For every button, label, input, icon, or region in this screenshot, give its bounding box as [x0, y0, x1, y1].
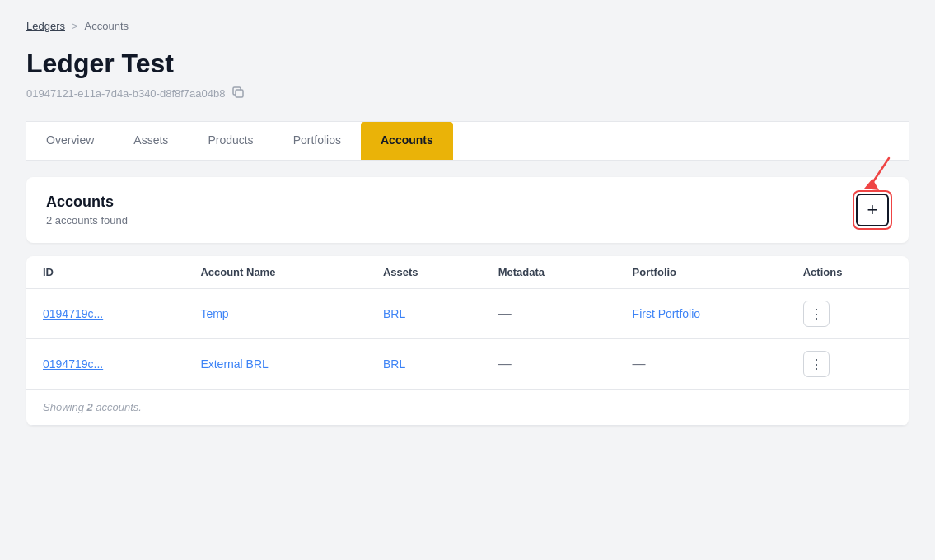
row-2-portfolio: —	[616, 339, 787, 390]
col-header-account-name: Account Name	[184, 256, 367, 289]
row-2-assets: BRL	[367, 339, 482, 390]
tab-accounts[interactable]: Accounts	[361, 122, 453, 160]
tab-portfolios[interactable]: Portfolios	[273, 122, 361, 160]
row-1-name-link[interactable]: Temp	[200, 307, 228, 320]
page-title: Ledger Test	[26, 49, 909, 79]
page-id-row: 01947121-e11a-7d4a-b340-d8f8f7aa04b8	[26, 86, 909, 101]
col-header-portfolio: Portfolio	[616, 256, 787, 289]
col-header-assets: Assets	[367, 256, 482, 289]
row-2-actions: ⋮	[787, 339, 909, 390]
svg-marker-2	[864, 179, 879, 190]
table-header-row: ID Account Name Assets Metadata Portfoli…	[26, 256, 909, 289]
row-2-actions-button[interactable]: ⋮	[803, 351, 830, 377]
row-1-metadata: —	[482, 289, 616, 339]
add-button-wrapper: +	[856, 194, 889, 226]
page-id-text: 01947121-e11a-7d4a-b340-d8f8f7aa04b8	[26, 87, 225, 100]
table-footer-row: Showing 2 accounts.	[26, 390, 909, 426]
col-header-actions: Actions	[787, 256, 909, 289]
copy-icon[interactable]	[231, 86, 245, 101]
add-account-button[interactable]: +	[856, 194, 889, 226]
table-row: 0194719c... External BRL BRL — — ⋮	[26, 339, 909, 390]
breadcrumb-separator: >	[72, 20, 78, 32]
table-row: 0194719c... Temp BRL — First Portfolio ⋮	[26, 289, 909, 339]
row-2-assets-value[interactable]: BRL	[383, 357, 405, 371]
accounts-header-info: Accounts 2 accounts found	[46, 194, 128, 226]
row-2-metadata: —	[482, 339, 616, 390]
row-2-name-link[interactable]: External BRL	[200, 357, 268, 371]
row-1-actions-button[interactable]: ⋮	[803, 301, 830, 327]
col-header-metadata: Metadata	[482, 256, 616, 289]
accounts-section-subtitle: 2 accounts found	[46, 214, 128, 226]
breadcrumb-parent[interactable]: Ledgers	[26, 20, 65, 32]
row-1-portfolio-link[interactable]: First Portfolio	[633, 307, 700, 320]
tab-overview[interactable]: Overview	[26, 122, 114, 160]
tab-products[interactable]: Products	[188, 122, 273, 160]
col-header-id: ID	[26, 256, 184, 289]
row-2-id-link[interactable]: 0194719c...	[43, 357, 103, 371]
row-2-id: 0194719c...	[26, 339, 184, 390]
accounts-table-card: ID Account Name Assets Metadata Portfoli…	[26, 256, 909, 426]
row-1-actions: ⋮	[787, 289, 909, 339]
row-1-account-name: Temp	[184, 289, 367, 339]
breadcrumb: Ledgers > Accounts	[26, 20, 909, 32]
svg-line-1	[871, 158, 889, 185]
tab-assets[interactable]: Assets	[114, 122, 188, 160]
row-1-portfolio: First Portfolio	[616, 289, 787, 339]
row-1-assets: BRL	[367, 289, 482, 339]
tabs: Overview Assets Products Portfolios Acco…	[26, 122, 453, 160]
row-1-id: 0194719c...	[26, 289, 184, 339]
row-2-metadata-value: —	[498, 357, 512, 371]
row-1-assets-value[interactable]: BRL	[383, 307, 405, 320]
accounts-header-card: Accounts 2 accounts found +	[26, 177, 909, 243]
row-2-portfolio-value: —	[633, 357, 646, 371]
accounts-table: ID Account Name Assets Metadata Portfoli…	[26, 256, 909, 426]
accounts-section-title: Accounts	[46, 194, 128, 211]
tabs-container: Overview Assets Products Portfolios Acco…	[26, 122, 909, 161]
row-2-account-name: External BRL	[184, 339, 367, 390]
row-1-id-link[interactable]: 0194719c...	[43, 307, 103, 320]
row-1-metadata-value: —	[498, 306, 512, 320]
table-footer-text: Showing 2 accounts.	[26, 390, 909, 426]
breadcrumb-current: Accounts	[85, 20, 129, 32]
svg-rect-0	[236, 90, 243, 97]
